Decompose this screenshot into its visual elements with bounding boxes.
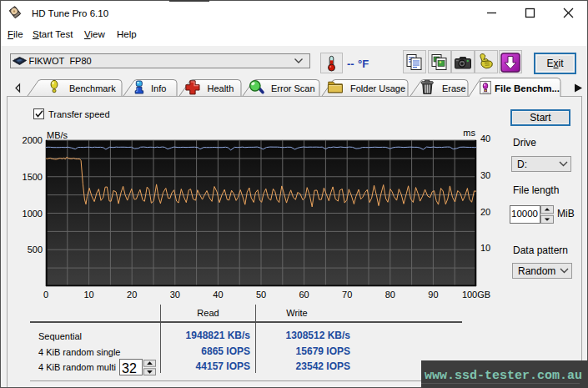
svg-text:Benchmark: Benchmark [69,83,116,93]
svg-text:20: 20 [480,207,490,217]
svg-text:100GB: 100GB [462,290,490,300]
svg-text:30: 30 [480,170,490,180]
svg-text:20: 20 [127,290,137,300]
svg-text:File Benchm...: File Benchm... [495,83,560,93]
svg-text:2000: 2000 [23,135,43,145]
svg-text:40: 40 [480,134,490,144]
svg-text:90: 90 [428,290,438,300]
svg-text:40: 40 [213,290,223,300]
svg-text:Erase: Erase [442,83,466,93]
svg-text:1000: 1000 [23,209,43,219]
svg-text:30: 30 [170,290,180,300]
svg-text:10: 10 [83,290,93,300]
svg-text:0: 0 [43,290,48,300]
svg-text:50: 50 [256,290,266,300]
svg-text:10: 10 [480,243,490,253]
svg-text:70: 70 [342,290,352,300]
svg-text:1500: 1500 [23,172,43,182]
svg-text:MB/s: MB/s [47,130,68,140]
svg-text:Health: Health [208,83,234,93]
svg-text:60: 60 [299,290,309,300]
svg-text:500: 500 [28,244,43,254]
svg-text:Info: Info [151,83,166,93]
svg-text:ms: ms [463,128,475,138]
svg-text:Error Scan: Error Scan [271,83,315,93]
svg-text:Folder Usage: Folder Usage [350,83,405,93]
svg-text:80: 80 [385,290,395,300]
